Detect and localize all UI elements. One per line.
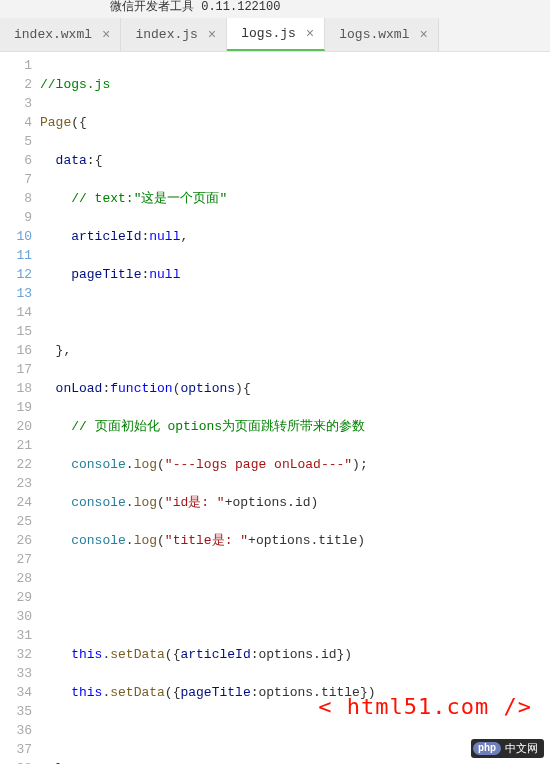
code-obj: console — [71, 533, 126, 548]
code-func: log — [134, 533, 157, 548]
code-string: "---logs page onLoad---" — [165, 457, 352, 472]
code-text: :options.id — [251, 647, 337, 662]
code-prop: onLoad — [56, 381, 103, 396]
line-number: 3 — [0, 94, 32, 113]
line-number: 36 — [0, 721, 32, 740]
code-prop: pageTitle — [71, 267, 141, 282]
tab-label: logs.wxml — [339, 27, 409, 42]
code-func: setData — [110, 685, 165, 700]
line-number: 32 — [0, 645, 32, 664]
line-number: 2 — [0, 75, 32, 94]
line-number: 15 — [0, 322, 32, 341]
window-title: 微信开发者工具 0.11.122100 — [110, 0, 280, 14]
line-number: 28 — [0, 569, 32, 588]
line-number: 9 — [0, 208, 32, 227]
code-string: "title是: " — [165, 533, 248, 548]
line-number: 8 — [0, 189, 32, 208]
line-number-gutter: 1234567891011121314151617181920212223242… — [0, 52, 40, 764]
code-prop: data — [56, 153, 87, 168]
line-number: 10 — [0, 227, 32, 246]
code-comment: // 页面初始化 options为页面跳转所带来的参数 — [71, 419, 365, 434]
line-number: 30 — [0, 607, 32, 626]
line-number: 5 — [0, 132, 32, 151]
code-area[interactable]: //logs.js Page({ data:{ // text:"这是一个页面"… — [40, 52, 550, 764]
line-number: 29 — [0, 588, 32, 607]
line-number: 14 — [0, 303, 32, 322]
code-keyword: this — [71, 685, 102, 700]
close-icon[interactable]: × — [306, 26, 314, 42]
line-number: 23 — [0, 474, 32, 493]
code-editor[interactable]: 1234567891011121314151617181920212223242… — [0, 52, 550, 764]
close-icon[interactable]: × — [102, 27, 110, 43]
line-number: 35 — [0, 702, 32, 721]
code-obj: console — [71, 457, 126, 472]
code-null: null — [149, 267, 180, 282]
code-func: log — [134, 457, 157, 472]
line-number: 26 — [0, 531, 32, 550]
window-title-bar: 微信开发者工具 0.11.122100 — [0, 0, 550, 18]
code-keyword: this — [71, 647, 102, 662]
line-number: 25 — [0, 512, 32, 531]
line-number: 7 — [0, 170, 32, 189]
code-text: +options.title — [248, 533, 357, 548]
code-prop: articleId — [71, 229, 141, 244]
line-number: 27 — [0, 550, 32, 569]
code-string: "id是: " — [165, 495, 225, 510]
line-number: 4 — [0, 113, 32, 132]
line-number: 12 — [0, 265, 32, 284]
line-number: 16 — [0, 341, 32, 360]
code-keyword: function — [110, 381, 172, 396]
code-text: :options.title — [251, 685, 360, 700]
line-number: 20 — [0, 417, 32, 436]
code-text: +options.id — [225, 495, 311, 510]
line-number: 22 — [0, 455, 32, 474]
editor-tabs: index.wxml × index.js × logs.js × logs.w… — [0, 18, 550, 52]
tab-logs-wxml[interactable]: logs.wxml × — [325, 18, 439, 51]
line-number: 17 — [0, 360, 32, 379]
code-func: Page — [40, 115, 71, 130]
line-number: 24 — [0, 493, 32, 512]
tab-label: logs.js — [241, 26, 296, 41]
line-number: 31 — [0, 626, 32, 645]
line-number: 1 — [0, 56, 32, 75]
tab-label: index.js — [135, 27, 197, 42]
close-icon[interactable]: × — [419, 27, 427, 43]
code-obj: console — [71, 495, 126, 510]
line-number: 33 — [0, 664, 32, 683]
line-number: 19 — [0, 398, 32, 417]
line-number: 11 — [0, 246, 32, 265]
code-prop: articleId — [180, 647, 250, 662]
line-number: 6 — [0, 151, 32, 170]
line-number: 37 — [0, 740, 32, 759]
code-arg: options — [180, 381, 235, 396]
code-null: null — [149, 229, 180, 244]
tab-index-js[interactable]: index.js × — [121, 18, 227, 51]
close-icon[interactable]: × — [208, 27, 216, 43]
code-comment: // text:"这是一个页面" — [71, 191, 227, 206]
tab-index-wxml[interactable]: index.wxml × — [0, 18, 121, 51]
line-number: 21 — [0, 436, 32, 455]
tab-label: index.wxml — [14, 27, 92, 42]
code-prop: pageTitle — [180, 685, 250, 700]
code-func: log — [134, 495, 157, 510]
line-number: 34 — [0, 683, 32, 702]
line-number: 13 — [0, 284, 32, 303]
line-number: 18 — [0, 379, 32, 398]
tab-logs-js[interactable]: logs.js × — [227, 18, 325, 51]
line-number: 38 — [0, 759, 32, 764]
code-comment: //logs.js — [40, 77, 110, 92]
code-func: setData — [110, 647, 165, 662]
